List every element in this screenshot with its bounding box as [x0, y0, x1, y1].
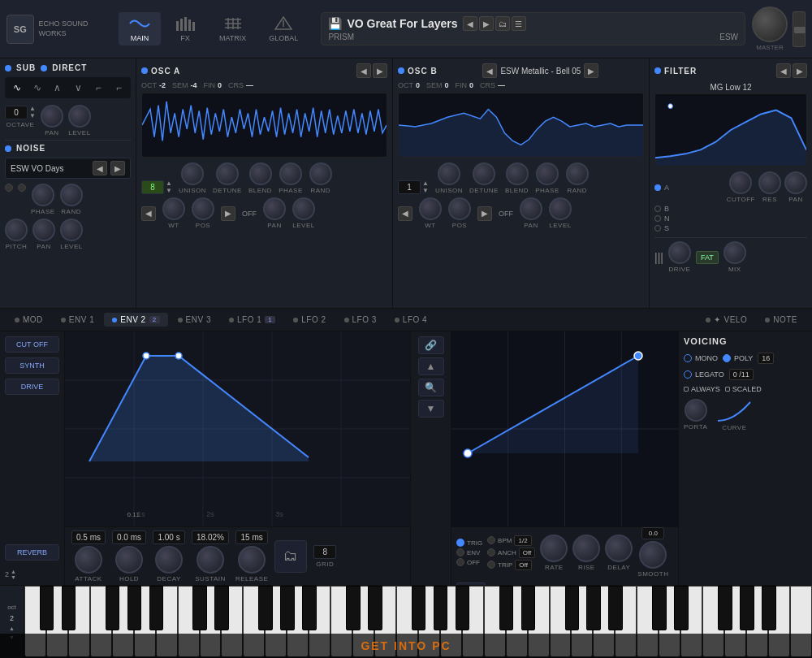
osc-b-preset-next[interactable]: ▶	[584, 63, 598, 78]
noise-next[interactable]: ▶	[110, 161, 125, 175]
wave-sine[interactable]: ∿	[8, 80, 25, 95]
black-key-2-4[interactable]	[456, 586, 470, 630]
voicing-poly-radio[interactable]	[723, 354, 731, 362]
env-drive-btn[interactable]: DRIVE	[5, 379, 59, 395]
env-reverb-up[interactable]: ▲	[11, 569, 16, 574]
black-key-4-3[interactable]	[740, 586, 754, 630]
tab-env2[interactable]: ENV 2 2	[104, 313, 167, 327]
filter-res-knob[interactable]	[758, 171, 781, 194]
env-decay-val[interactable]: 1.00 s	[153, 530, 185, 544]
voicing-scaled-check[interactable]	[725, 387, 730, 392]
osc-b-unison-down[interactable]: ▼	[422, 187, 429, 194]
voicing-mono-radio[interactable]	[684, 354, 692, 362]
tab-lfo2[interactable]: LFO 2	[285, 313, 334, 327]
preset-menu[interactable]: ☰	[512, 16, 526, 31]
black-key-0-0[interactable]	[40, 586, 54, 630]
filter-dot[interactable]	[654, 67, 661, 74]
octave-display[interactable]: 0	[5, 106, 28, 119]
osc-a-blend-knob[interactable]	[249, 162, 272, 185]
osc-b-preset-prev[interactable]: ◀	[482, 63, 497, 78]
lfo-trig-btn[interactable]	[456, 539, 464, 547]
noise-pitch-knob[interactable]	[5, 219, 28, 241]
osc-b-level-knob[interactable]	[549, 197, 572, 220]
tool-zoom[interactable]: 🔍	[418, 379, 444, 396]
preset-folder[interactable]: 🗂	[495, 16, 510, 31]
lfo-anch-btn[interactable]	[487, 548, 495, 556]
lfo-off-btn[interactable]	[456, 558, 464, 566]
osc-a-unison-up[interactable]: ▲	[166, 180, 172, 187]
black-key-2-2[interactable]	[412, 586, 426, 630]
env-release-knob[interactable]	[238, 546, 266, 574]
lfo-env-btn[interactable]	[456, 548, 464, 556]
black-key-1-3[interactable]	[280, 586, 295, 630]
tab-mod[interactable]: MOD	[6, 313, 51, 327]
lfo-delay-knob[interactable]	[605, 535, 633, 562]
black-key-4-1[interactable]	[674, 586, 689, 630]
tab-lfo3[interactable]: LFO 3	[336, 313, 385, 327]
voicing-legato-radio[interactable]	[684, 370, 692, 379]
osc-b-wt-prev[interactable]: ◀	[398, 206, 412, 221]
osc-a-pan-knob[interactable]	[263, 197, 286, 220]
black-key-2-3[interactable]	[434, 586, 448, 630]
black-key-0-3[interactable]	[127, 586, 142, 630]
lfo-bpm-btn[interactable]	[487, 536, 495, 544]
osc-b-wt-next[interactable]: ▶	[477, 206, 492, 221]
osc-a-unison-knob[interactable]	[181, 162, 204, 185]
filter-s-dot[interactable]	[654, 225, 661, 232]
tab-fx[interactable]: FX	[164, 12, 206, 45]
wave-tri[interactable]: ∧	[49, 80, 66, 95]
env-release-val[interactable]: 15 ms	[235, 530, 268, 544]
sub-level-knob[interactable]	[68, 105, 91, 128]
tab-env1[interactable]: ENV 1	[53, 313, 102, 327]
osc-a-prev[interactable]: ◀	[356, 63, 371, 78]
osc-a-rand-knob[interactable]	[309, 162, 332, 185]
osc-a-wt-prev[interactable]: ◀	[141, 206, 156, 221]
black-key-2-0[interactable]	[346, 586, 361, 630]
osc-a-wt-next[interactable]: ▶	[221, 206, 235, 221]
wave-sq2[interactable]: ⌐	[110, 80, 127, 95]
black-key-1-1[interactable]	[214, 586, 229, 630]
tab-main[interactable]: MAIN	[119, 12, 161, 45]
osc-b-detune-knob[interactable]	[473, 162, 495, 185]
tool-up[interactable]: ▲	[418, 357, 444, 375]
env-attack-val[interactable]: 0.5 ms	[71, 530, 106, 544]
black-key-3-2[interactable]	[565, 586, 580, 630]
noise-prev[interactable]: ◀	[93, 161, 107, 175]
voicing-always-check[interactable]	[684, 387, 689, 392]
filter-drive-knob[interactable]	[668, 241, 691, 264]
tool-link[interactable]: 🔗	[418, 336, 444, 354]
filter-pan-knob[interactable]	[784, 171, 807, 194]
black-key-4-0[interactable]	[652, 586, 667, 630]
env-reverb-down[interactable]: ▼	[11, 574, 16, 580]
lfo-rate-knob[interactable]	[540, 535, 568, 562]
env-decay-knob[interactable]	[155, 546, 183, 574]
osc-b-blend-knob[interactable]	[506, 162, 529, 185]
black-key-3-0[interactable]	[499, 586, 514, 630]
osc-a-dot[interactable]	[141, 67, 148, 74]
tab-lfo1[interactable]: LFO 1 1	[221, 313, 283, 327]
osc-b-rand-knob[interactable]	[566, 162, 589, 185]
env-sustain-val[interactable]: 18.02%	[192, 530, 229, 544]
black-key-1-2[interactable]	[258, 586, 273, 630]
black-key-3-1[interactable]	[521, 586, 536, 630]
filter-n-dot[interactable]	[654, 215, 661, 222]
osc-b-dot[interactable]	[398, 67, 404, 74]
black-key-4-4[interactable]	[762, 586, 776, 630]
osc-b-unison-up[interactable]: ▲	[422, 180, 429, 187]
noise-pan-knob[interactable]	[32, 219, 55, 241]
black-key-1-0[interactable]	[192, 586, 207, 630]
osc-a-level-knob[interactable]	[292, 197, 315, 220]
noise-phase-knob[interactable]	[32, 184, 54, 206]
env-synth-btn[interactable]: SYNTH	[5, 357, 59, 374]
osc-a-pos-knob[interactable]	[192, 197, 214, 220]
env-hold-val[interactable]: 0.0 ms	[112, 530, 146, 544]
osc-a-wt-knob[interactable]	[162, 197, 185, 220]
osc-a-detune-knob[interactable]	[216, 162, 239, 185]
master-knob[interactable]	[752, 6, 788, 42]
noise-btn2[interactable]	[18, 184, 26, 192]
preset-prev[interactable]: ◀	[463, 16, 477, 31]
noise-btn1[interactable]	[5, 184, 13, 192]
wave-sq1[interactable]: ⌐	[90, 80, 107, 95]
filter-fat-btn[interactable]: FAT	[696, 251, 719, 264]
filter-cutoff-knob[interactable]	[729, 171, 752, 194]
